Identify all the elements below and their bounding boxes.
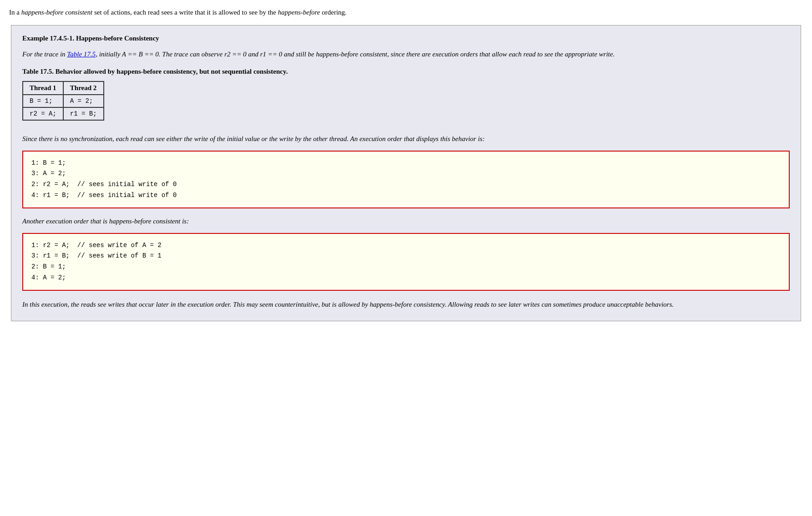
table-title: Table 17.5. Behavior allowed by happens-… xyxy=(22,68,790,76)
intro-text-before: In a xyxy=(9,9,21,16)
example-intro: For the trace in Table 17.5, initially A… xyxy=(22,49,790,60)
code-block-2: 1: r2 = A; // sees write of A = 2 3: r1 … xyxy=(22,233,790,291)
code-block-2-content: 1: r2 = A; // sees write of A = 2 3: r1 … xyxy=(31,240,781,283)
sync-text: Since there is no synchronization, each … xyxy=(22,133,790,144)
table-17-5-link[interactable]: Table 17.5 xyxy=(67,51,96,58)
code-block-1-content: 1: B = 1; 3: A = 2; 2: r2 = A; // sees i… xyxy=(31,158,781,201)
table-header-row: Thread 1 Thread 2 xyxy=(23,81,104,95)
intro-paragraph: In a happens-before consistent set of ac… xyxy=(9,7,803,18)
intro-text-after: ordering. xyxy=(320,9,346,16)
table-cell-r2c2: r1 = B; xyxy=(63,107,104,120)
thread-table: Thread 1 Thread 2 B = 1; A = 2; r2 = A; … xyxy=(22,81,104,121)
example-intro-after: , initially A == B == 0. The trace can o… xyxy=(96,51,614,58)
example-box: Example 17.4.5-1. Happens-before Consist… xyxy=(11,25,801,321)
intro-italic2: happens-before xyxy=(278,9,320,16)
intro-italic1: happens-before consistent xyxy=(21,9,93,16)
example-title: Example 17.4.5-1. Happens-before Consist… xyxy=(22,35,790,42)
final-text: In this execution, the reads see writes … xyxy=(22,299,790,310)
code-block-1: 1: B = 1; 3: A = 2; 2: r2 = A; // sees i… xyxy=(22,151,790,208)
intro-text-middle: set of actions, each read sees a write t… xyxy=(92,9,278,16)
table-cell-r1c1: B = 1; xyxy=(23,95,63,107)
another-text: Another execution order that is happens-… xyxy=(22,216,790,227)
table-cell-r1c2: A = 2; xyxy=(63,95,104,107)
table-row: B = 1; A = 2; xyxy=(23,95,104,107)
table-cell-r2c1: r2 = A; xyxy=(23,107,63,120)
table-header-thread2: Thread 2 xyxy=(63,81,104,95)
table-header-thread1: Thread 1 xyxy=(23,81,63,95)
example-intro-before: For the trace in xyxy=(22,51,67,58)
table-row: r2 = A; r1 = B; xyxy=(23,107,104,120)
